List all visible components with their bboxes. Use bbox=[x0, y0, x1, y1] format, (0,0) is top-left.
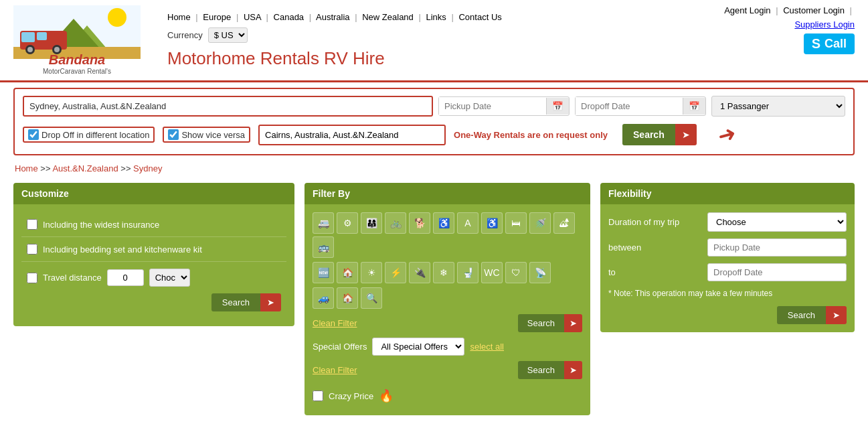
clean-filter-link-1[interactable]: Clean Filter bbox=[313, 318, 357, 328]
drop-off-checkbox-label[interactable]: Drop Off in different location bbox=[23, 127, 155, 143]
customize-search-row: Search ➤ bbox=[27, 293, 281, 311]
dropoff-date-input[interactable] bbox=[576, 97, 683, 115]
customize-panel: Customize Including the widest insurance… bbox=[13, 183, 294, 415]
travel-distance-select[interactable]: Choc km miles bbox=[149, 269, 190, 287]
currency-select[interactable]: $ US bbox=[208, 27, 248, 43]
filter-icon-4[interactable]: 🚲 bbox=[385, 212, 406, 234]
nav-home[interactable]: Home bbox=[167, 12, 191, 22]
clean-filter-link-2[interactable]: Clean Filter bbox=[313, 365, 357, 375]
filter-icon-10[interactable]: 🚿 bbox=[529, 212, 551, 234]
passenger-select[interactable]: 1 Passanger 2 Passangers 3 Passangers 4 … bbox=[711, 96, 845, 117]
flexibility-body: Duration of my trip Choose between to * … bbox=[600, 204, 855, 332]
flex-dropoff-date-input[interactable] bbox=[707, 263, 847, 281]
pickup-date-calendar-btn[interactable]: 📅 bbox=[546, 98, 569, 115]
flex-search-button[interactable]: Search bbox=[777, 306, 826, 324]
skype-icon: S bbox=[812, 36, 820, 52]
filter-icon-23[interactable]: 🚙 bbox=[313, 287, 334, 309]
flex-between-label: between bbox=[608, 242, 702, 253]
skype-button[interactable]: S Call bbox=[804, 33, 855, 54]
breadcrumb: Home >> Aust.&N.Zealand >> Sydney bbox=[0, 161, 868, 176]
select-all-link[interactable]: select all bbox=[470, 342, 504, 352]
breadcrumb-aust[interactable]: Aust.&N.Zealand bbox=[52, 163, 118, 173]
filter-icon-21[interactable]: 🛡 bbox=[505, 262, 527, 283]
breadcrumb-sydney[interactable]: Sydney bbox=[133, 163, 162, 173]
bedding-checkbox[interactable] bbox=[27, 244, 37, 255]
main-search-arrow-btn[interactable]: ➤ bbox=[675, 124, 697, 145]
special-offers-select[interactable]: All Special Offers bbox=[372, 338, 464, 356]
svg-point-9 bbox=[27, 47, 33, 52]
filter-icon-2[interactable]: ⚙ bbox=[337, 212, 358, 234]
filter-icon-8[interactable]: ♿ bbox=[481, 212, 503, 234]
svg-rect-7 bbox=[37, 32, 47, 40]
svg-rect-6 bbox=[21, 32, 35, 42]
nav-canada[interactable]: Canada bbox=[274, 12, 305, 22]
filter-icon-24[interactable]: 🏠 bbox=[337, 287, 358, 309]
nav-usa[interactable]: USA bbox=[244, 12, 261, 22]
currency-label: Currency bbox=[167, 30, 203, 40]
customize-header: Customize bbox=[13, 183, 294, 204]
nav-contact-us[interactable]: Contact Us bbox=[458, 12, 501, 22]
crazy-price-checkbox[interactable] bbox=[313, 390, 323, 401]
nav-links[interactable]: Links bbox=[426, 12, 446, 22]
filter-icon-9[interactable]: 🛏 bbox=[505, 212, 527, 234]
vice-versa-checkbox-label[interactable]: Show vice versa bbox=[163, 127, 250, 143]
filter-icon-19[interactable]: 🚽 bbox=[457, 262, 479, 283]
drop-off-checkbox[interactable] bbox=[28, 129, 39, 140]
filter-panel: Filter By 🚐 ⚙ 👨‍👩‍👧 🚲 🐕 ♿ A ♿ 🛏 🚿 🏕 🚌 🆕 bbox=[305, 183, 590, 415]
customize-search-arrow-btn[interactable]: ➤ bbox=[260, 293, 281, 311]
filter-icon-13[interactable]: 🆕 bbox=[313, 262, 334, 283]
flex-search-arrow-btn[interactable]: ➤ bbox=[826, 306, 847, 324]
flex-to-label: to bbox=[608, 267, 702, 277]
flex-duration-select[interactable]: Choose bbox=[707, 212, 847, 232]
filter-search-button-1[interactable]: Search bbox=[518, 314, 564, 332]
filter-icon-12[interactable]: 🚌 bbox=[313, 236, 334, 258]
pickup-date-group: 📅 bbox=[438, 96, 570, 116]
filter-icon-5[interactable]: 🐕 bbox=[409, 212, 430, 234]
filter-icon-16[interactable]: ⚡ bbox=[385, 262, 406, 283]
filter-icon-25[interactable]: 🔍 bbox=[361, 287, 382, 309]
main-search-button[interactable]: Search bbox=[622, 124, 675, 145]
filter-search-arrow-btn-1[interactable]: ➤ bbox=[564, 314, 582, 332]
dropoff-location-input[interactable] bbox=[258, 125, 446, 145]
pickup-date-input[interactable] bbox=[439, 97, 546, 115]
filter-search-button-2[interactable]: Search bbox=[518, 361, 564, 379]
fire-icon: 🔥 bbox=[379, 388, 394, 403]
customize-search-button[interactable]: Search bbox=[211, 293, 260, 311]
agent-login-link[interactable]: Agent Login bbox=[724, 5, 770, 15]
filter-icon-20[interactable]: WC bbox=[481, 262, 503, 283]
skype-label: Call bbox=[824, 37, 847, 51]
arrow-indicator: ➜ bbox=[715, 120, 739, 149]
travel-distance-label: Travel distance bbox=[43, 273, 102, 283]
filter-icon-3[interactable]: 👨‍👩‍👧 bbox=[361, 212, 382, 234]
dropoff-date-calendar-btn[interactable]: 📅 bbox=[683, 98, 705, 115]
logo-subtext: MotorCaravan Rental's bbox=[43, 68, 111, 75]
filter-search-arrow-btn-2[interactable]: ➤ bbox=[564, 361, 582, 379]
travel-distance-input[interactable] bbox=[107, 269, 144, 286]
flexibility-note: * Note: This operation may take a few mi… bbox=[608, 288, 847, 299]
filter-icon-15[interactable]: ☀ bbox=[361, 262, 382, 283]
breadcrumb-home[interactable]: Home bbox=[15, 163, 38, 173]
crazy-price-label: Crazy Price bbox=[329, 391, 373, 401]
travel-distance-checkbox[interactable] bbox=[27, 273, 37, 283]
filter-icon-1[interactable]: 🚐 bbox=[313, 212, 334, 234]
nav-europe[interactable]: Europe bbox=[203, 12, 231, 22]
vice-versa-checkbox[interactable] bbox=[168, 129, 179, 140]
filter-icon-14[interactable]: 🏠 bbox=[337, 262, 358, 283]
insurance-checkbox[interactable] bbox=[27, 219, 37, 230]
filter-icon-11[interactable]: 🏕 bbox=[553, 212, 575, 234]
flexibility-header: Flexibility bbox=[600, 183, 855, 204]
nav-australia[interactable]: Australia bbox=[316, 12, 350, 22]
flex-pickup-date-input[interactable] bbox=[707, 238, 847, 257]
oneway-text: One-Way Rentals are on request only bbox=[454, 130, 608, 140]
suppliers-login-link[interactable]: Suppliers Login bbox=[794, 19, 855, 29]
filter-icon-7[interactable]: A bbox=[457, 212, 479, 234]
filter-icon-6[interactable]: ♿ bbox=[433, 212, 454, 234]
nav-new-zealand[interactable]: New Zealand bbox=[362, 12, 414, 22]
filter-icon-22[interactable]: 📡 bbox=[529, 262, 551, 283]
customer-login-link[interactable]: Customer Login bbox=[783, 5, 845, 15]
filter-icon-17[interactable]: 🔌 bbox=[409, 262, 430, 283]
drop-off-label: Drop Off in different location bbox=[41, 130, 149, 140]
pickup-input[interactable] bbox=[23, 96, 433, 117]
filter-icon-18[interactable]: ❄ bbox=[433, 262, 454, 283]
filter-icons-row3: 🚙 🏠 🔍 bbox=[313, 287, 582, 309]
